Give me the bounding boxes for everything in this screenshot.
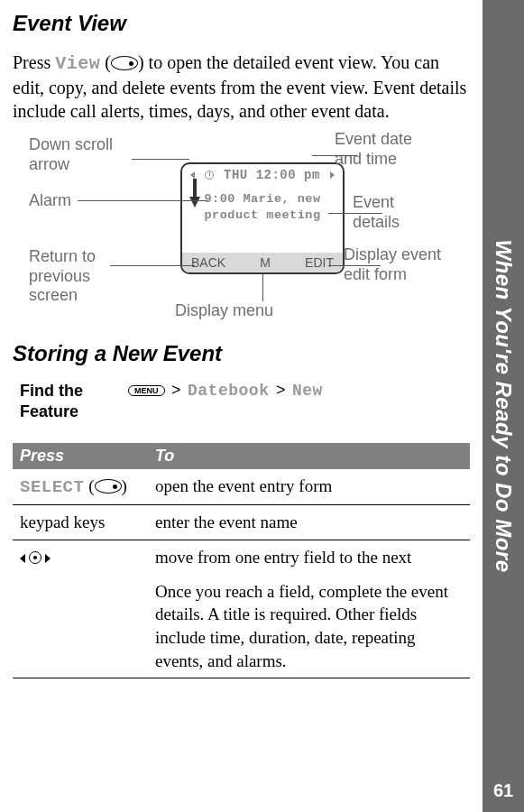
instructions-table: Press To SELECT () open the event entry …	[13, 443, 470, 678]
softkey-back: BACK	[191, 255, 225, 270]
table-row: keypad keys enter the event name	[13, 505, 470, 540]
left-arrow-icon	[190, 171, 195, 179]
para-text-1: Press	[13, 52, 55, 72]
phone-screen: THU 12:00 pm 9:00 Marie, new product mee…	[180, 162, 345, 274]
clock-icon	[205, 171, 214, 180]
callout-down-scroll: Down scroll arrow	[29, 135, 137, 174]
feature-path: MENU > Datebook > New	[128, 381, 323, 400]
th-to: To	[148, 443, 470, 469]
page-number: 61	[493, 780, 513, 801]
screen-softkey-bar: BACK M EDIT	[182, 253, 343, 272]
event-view-paragraph: Press View () to open the detailed event…	[13, 51, 470, 123]
right-softkey-icon	[95, 479, 122, 494]
callout-alarm: Alarm	[29, 191, 71, 211]
gt-2: >	[276, 381, 286, 399]
event-view-diagram: THU 12:00 pm 9:00 Marie, new product mee…	[13, 130, 470, 328]
heading-storing: Storing a New Event	[13, 341, 470, 366]
to-3-extra: Once you reach a field, complete the eve…	[155, 582, 448, 670]
side-tab: When You're Ready to Do More 61	[483, 0, 524, 812]
to-3-line1: move from one entry field to the next	[155, 548, 411, 567]
right-softkey-icon	[111, 56, 138, 70]
cell-press-2: keypad keys	[13, 505, 148, 540]
callout-event-datetime: Event date and time	[335, 130, 443, 169]
callout-return: Return to previous screen	[29, 247, 128, 306]
softkey-menu: M	[260, 255, 271, 270]
detail-line-1: 9:00 Marie, new	[204, 192, 320, 206]
softkey-edit: EDIT	[305, 255, 334, 270]
menu-button-icon: MENU	[128, 385, 165, 396]
select-label: SELECT	[20, 477, 84, 497]
table-row: SELECT () open the event entry form	[13, 469, 470, 505]
svg-rect-0	[193, 179, 197, 198]
cell-to-1: open the event entry form	[148, 469, 470, 505]
crumb-datebook: Datebook	[188, 382, 269, 400]
table-row: move from one entry field to the next On…	[13, 540, 470, 678]
down-arrow-icon	[189, 179, 202, 212]
svg-marker-1	[189, 197, 200, 208]
table-header-row: Press To	[13, 443, 470, 469]
crumb-new: New	[292, 382, 323, 400]
heading-event-view: Event View	[13, 11, 470, 36]
gt-1: >	[171, 381, 181, 399]
th-press: Press	[13, 443, 148, 469]
cell-press-3	[13, 540, 148, 678]
cell-to-3: move from one entry field to the next On…	[148, 540, 470, 678]
cell-to-2: enter the event name	[148, 505, 470, 540]
nav-key-icon	[20, 549, 51, 568]
find-feature-block: Find the Feature MENU > Datebook > New	[20, 381, 470, 423]
view-softkey-label: View	[55, 53, 100, 74]
cell-press-1: SELECT ()	[13, 469, 148, 505]
side-tab-label: When You're Ready to Do More	[491, 239, 516, 572]
screen-datetime-row: THU 12:00 pm	[182, 164, 343, 182]
screen-event-detail: 9:00 Marie, new product meeting	[182, 182, 343, 224]
find-feature-label: Find the Feature	[20, 381, 110, 423]
para-text-2: (	[100, 52, 111, 72]
right-arrow-icon	[330, 171, 335, 179]
detail-line-2: product meeting	[204, 208, 320, 222]
screen-datetime: THU 12:00 pm	[224, 168, 320, 182]
callout-display-menu: Display menu	[175, 301, 273, 321]
